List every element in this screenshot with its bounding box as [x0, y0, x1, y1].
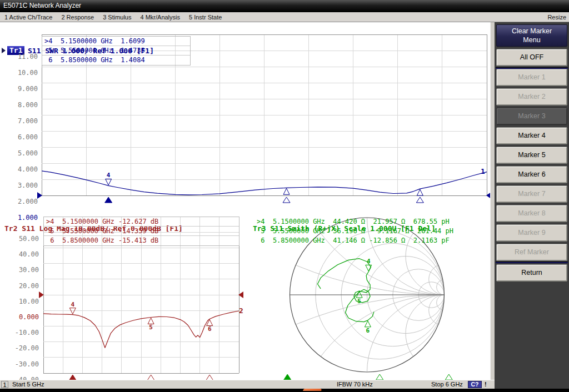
start-frequency: Start 5 GHz [12, 380, 44, 389]
softkey-marker-8[interactable]: Marker 8 [496, 205, 567, 222]
tr2-marker-readout: >4 5.1500000 GHz -12.627 dB 5 5.5500000 … [43, 217, 239, 246]
softkey-menu-title-line1: Clear Marker [497, 27, 567, 36]
marker-readout-row: >4 5.1500000 GHz 44.420 Ω 21.957 Ω 678.5… [254, 217, 453, 227]
alert-indicator: ! [485, 380, 487, 389]
menu-item-instr-state[interactable]: 5 Instr State [184, 14, 226, 21]
marker-readout-row: 5 5.5500000 GHz 1.4735 [42, 46, 190, 56]
softkey-marker-1[interactable]: Marker 1 [496, 69, 567, 86]
svg-text:5: 5 [149, 324, 153, 331]
softkey-marker-2[interactable]: Marker 2 [496, 88, 567, 105]
y-tick-label: 0.000 [7, 313, 39, 321]
svg-text:4: 4 [71, 301, 74, 308]
softkey-marker-6[interactable]: Marker 6 [496, 166, 567, 183]
marker-readout-row: >4 5.1500000 GHz -12.627 dB [44, 217, 239, 227]
tr3-marker-readout: >4 5.1500000 GHz 44.420 Ω 21.957 Ω 678.5… [254, 217, 453, 245]
y-tick-label: 7.000 [8, 117, 38, 125]
softkey-marker-5[interactable]: Marker 5 [496, 147, 567, 164]
marker-readout-row: 6 5.8500000 GHz 1.4084 [42, 56, 190, 65]
softkey-return[interactable]: Return [496, 264, 567, 282]
y-tick-label: 4.000 [8, 165, 38, 173]
softkey-menu: Clear Marker Menu All OFFMarker 1Marker … [495, 22, 569, 389]
y-tick-label: 5.000 [8, 149, 38, 157]
y-tick-label: -20.00 [7, 344, 39, 352]
y-tick-label: -30.00 [7, 360, 39, 368]
softkey-ref-marker[interactable]: Ref Marker [496, 244, 567, 261]
menu-item-response[interactable]: 2 Response [57, 14, 98, 21]
marker-readout-row: 5 5.5500000 GHz 36.196 Ω 9.1167 Ω 261.44… [254, 227, 453, 236]
y-tick-label: 11.00 [8, 53, 38, 61]
menu-bar: 1 Active Ch/Trace 2 Response 3 Stimulus … [0, 12, 569, 22]
correction-badge: C? [468, 381, 482, 388]
y-tick-label: 1.000 [8, 214, 38, 222]
instrument-screen: E5071C Network Analyzer 1 Active Ch/Trac… [0, 0, 569, 392]
menu-item-active-ch-trace[interactable]: 1 Active Ch/Trace [0, 14, 57, 21]
svg-text:2: 2 [239, 306, 243, 315]
menu-item-resize[interactable]: Resize [547, 13, 566, 22]
svg-text:5: 5 [357, 298, 361, 305]
y-tick-label: 20.00 [7, 282, 39, 290]
softkey-all-off[interactable]: All OFF [496, 49, 567, 66]
y-tick-label: 3.000 [8, 182, 38, 189]
softkey-marker-4[interactable]: Marker 4 [496, 127, 567, 144]
y-tick-label: 10.00 [7, 298, 39, 305]
ifbw-indicator: IFBW 70 kHz [337, 380, 373, 389]
y-tick-label: 6.000 [8, 133, 38, 141]
tr1-marker-readout: >4 5.1500000 GHz 1.6099 5 5.5500000 GHz … [42, 36, 191, 66]
softkey-group-separator [496, 67, 568, 69]
y-tick-label: 40.00 [7, 250, 39, 258]
window-titlebar[interactable]: E5071C Network Analyzer [0, 0, 569, 12]
window-title: E5071C Network Analyzer [3, 2, 81, 9]
status-bar-dark-filler [495, 380, 569, 389]
window-bottom-edge [0, 389, 569, 392]
y-tick-label: 9.000 [8, 85, 38, 93]
marker-readout-row: 6 5.8500000 GHz 41.146 Ω -12.856 Ω 2.116… [254, 236, 453, 245]
y-tick-label: 10.00 [8, 69, 38, 77]
y-tick-label: 30.00 [7, 266, 39, 274]
svg-text:1: 1 [481, 167, 485, 175]
y-tick-label: 8.000 [8, 101, 38, 109]
svg-text:4: 4 [107, 172, 111, 179]
marker-readout-row: >4 5.1500000 GHz 1.6099 [42, 37, 190, 46]
menu-item-stimulus[interactable]: 3 Stimulus [98, 14, 136, 21]
softkey-menu-title: Clear Marker Menu [496, 24, 567, 47]
softkey-menu-title-line2: Menu [497, 36, 567, 44]
marker-readout-row: 6 5.8500000 GHz -15.413 dB [44, 236, 239, 245]
status-bar: 1 Start 5 GHz IFBW 70 kHz Stop 6 GHz C? … [0, 380, 495, 389]
softkey-marker-7[interactable]: Marker 7 [496, 185, 567, 203]
softkey-marker-9[interactable]: Marker 9 [496, 224, 567, 242]
y-tick-label: -10.00 [7, 329, 39, 336]
softkey-group-separator [496, 262, 568, 263]
plots-canvas: 41 4562 456 [0, 22, 490, 380]
svg-text:6: 6 [208, 325, 212, 333]
svg-text:6: 6 [366, 327, 370, 334]
channel-indicator: 1 [1, 381, 8, 388]
svg-text:4: 4 [367, 258, 371, 265]
y-tick-label: 50.00 [7, 235, 39, 243]
softkey-marker-3[interactable]: Marker 3 [496, 108, 567, 125]
menu-item-mkr-analysis[interactable]: 4 Mkr/Analysis [136, 14, 184, 21]
taskbar-peek-accent [303, 389, 322, 391]
active-trace-arrow-icon [2, 48, 6, 53]
y-tick-label: 2.000 [8, 198, 38, 205]
marker-readout-row: 5 5.5500000 GHz -14.359 dB [44, 227, 239, 236]
softkey-scroll-strip [490, 22, 495, 380]
stop-frequency: Stop 6 GHz [431, 380, 463, 389]
display-area: 41 4562 456 Tr1 S11 SWR 1.000/ Ref 1.000… [0, 22, 490, 380]
